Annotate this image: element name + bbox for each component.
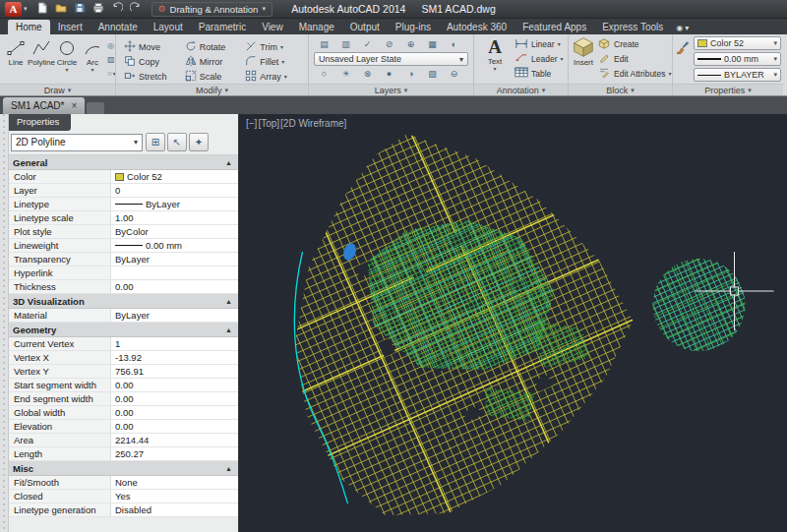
new-button[interactable] <box>34 1 50 17</box>
property-value[interactable]: 250.27 <box>111 447 238 460</box>
redo-button[interactable] <box>128 1 144 17</box>
tool-circle[interactable]: Circle▾ <box>54 36 80 82</box>
ribbon-tab-view[interactable]: View <box>254 20 291 34</box>
palette-grip[interactable] <box>0 114 9 532</box>
drawing-canvas[interactable]: [−] [Top] [2D Wireframe] <box>239 114 787 532</box>
select-objects-button[interactable]: ↖ <box>167 133 187 151</box>
layer-off-button[interactable]: ◐ <box>444 37 464 51</box>
tool-copy[interactable]: Copy <box>121 55 182 69</box>
property-value[interactable]: Color 52 <box>111 170 238 183</box>
property-value[interactable]: 1.00 <box>111 211 238 224</box>
tool-polyline[interactable]: Polyline <box>29 36 54 82</box>
tool-create[interactable]: Create <box>597 38 671 51</box>
ribbon-tab-featured-apps[interactable]: Featured Apps <box>515 20 594 34</box>
layers-panel-footer[interactable]: Layers▾ <box>309 84 473 95</box>
property-value[interactable] <box>111 266 238 279</box>
layer-unlock-button[interactable]: ● <box>379 67 399 81</box>
tool-arc[interactable]: Arc▾ <box>80 36 105 82</box>
tool-edit-attributes[interactable]: Edit Attributes▾ <box>597 67 671 80</box>
toggle-pickadd-button[interactable]: ⊞ <box>146 133 165 151</box>
tool-rotate[interactable]: Rotate <box>182 40 243 54</box>
property-value[interactable]: 0.00 <box>111 406 238 419</box>
new-drawing-tab[interactable] <box>87 102 104 114</box>
match-properties-button[interactable] <box>675 36 691 82</box>
layer-properties-button[interactable]: ▤ <box>314 37 334 51</box>
layer-match-button[interactable]: ▥ <box>335 37 356 51</box>
ribbon-tab-express-tools[interactable]: Express Tools <box>594 20 671 34</box>
viewport-minimize-control[interactable]: [−] <box>246 118 257 129</box>
modify-panel-footer[interactable]: Modify▾ <box>116 84 308 95</box>
property-value[interactable]: 0.00 <box>111 280 238 293</box>
section-header-3d-visualization[interactable]: 3D Visualization▲ <box>9 294 238 309</box>
tool-table[interactable]: Table <box>515 67 565 80</box>
text-tool-button[interactable]: A Text ▾ <box>477 36 513 82</box>
ribbon-tab-manage[interactable]: Manage <box>291 20 342 34</box>
palette-title[interactable]: Properties <box>9 114 71 131</box>
property-value[interactable]: 0.00 mm <box>111 239 238 252</box>
tool-line[interactable]: Line <box>3 36 29 82</box>
hatch-tool[interactable]: ▨▾ <box>107 53 115 65</box>
object-color-dropdown[interactable]: Color 52 ▾ <box>694 36 781 50</box>
viewport-visual-style-control[interactable]: [2D Wireframe] <box>280 118 346 129</box>
property-value[interactable]: Yes <box>111 490 238 502</box>
ribbon-tab-annotate[interactable]: Annotate <box>91 20 146 34</box>
ribbon-tab-output[interactable]: Output <box>342 20 388 34</box>
tool-fillet[interactable]: Fillet▾ <box>242 55 303 69</box>
open-button[interactable] <box>53 1 69 17</box>
ribbon-tab-plug-ins[interactable]: Plug-ins <box>388 20 439 34</box>
draw-panel-footer[interactable]: Draw▾ <box>0 84 115 95</box>
ribbon-tab-insert[interactable]: Insert <box>50 20 91 34</box>
plot-button[interactable] <box>91 1 106 17</box>
lineweight-dropdown[interactable]: 0.00 mm ▾ <box>694 52 781 66</box>
undo-button[interactable] <box>109 1 125 17</box>
property-value[interactable]: 756.91 <box>111 365 238 378</box>
layer-unisolate-button[interactable]: ⊕ <box>400 37 421 51</box>
properties-panel-footer[interactable]: Properties▾ <box>673 84 783 95</box>
quick-select-button[interactable]: ✦ <box>189 133 209 151</box>
property-value[interactable]: 0.00 <box>111 392 238 405</box>
layer-plot-button[interactable]: ▧ <box>422 67 443 81</box>
section-header-misc[interactable]: Misc▲ <box>9 461 238 476</box>
annotation-panel-footer[interactable]: Annotation▾ <box>474 84 568 95</box>
ribbon-display-toggle[interactable]: ◉ ▾ <box>676 24 689 34</box>
object-type-selector[interactable]: 2D Polyline ▾ <box>11 134 143 151</box>
property-value[interactable]: -13.92 <box>111 351 238 364</box>
save-button[interactable] <box>72 1 88 17</box>
property-value[interactable]: 0 <box>111 184 238 197</box>
close-icon[interactable]: × <box>71 100 77 111</box>
property-value[interactable]: ByColor <box>111 225 238 238</box>
tool-linear[interactable]: Linear▾ <box>515 38 565 51</box>
tool-trim[interactable]: Trim▾ <box>242 40 303 54</box>
layer-walk-button[interactable]: ⊖ <box>444 67 464 81</box>
property-value[interactable]: ByLayer <box>111 309 238 322</box>
layer-previous-button[interactable]: ✓ <box>357 37 378 51</box>
tool-scale[interactable]: Scale <box>182 70 243 84</box>
tool-edit[interactable]: Edit <box>597 52 671 65</box>
property-value[interactable]: 0.00 <box>111 379 238 391</box>
layer-lock-button[interactable]: ⊗ <box>357 67 378 81</box>
layer-thaw-button[interactable]: ☀ <box>335 67 356 81</box>
tool-array[interactable]: Array▾ <box>242 70 303 84</box>
viewport-view-control[interactable]: [Top] <box>258 118 279 129</box>
property-value[interactable]: ByLayer <box>111 198 238 210</box>
tool-mirror[interactable]: Mirror <box>182 55 243 69</box>
region-tool[interactable]: ○▾ <box>107 67 115 79</box>
tool-stretch[interactable]: Stretch <box>121 70 182 84</box>
tool-move[interactable]: Move <box>121 40 182 54</box>
ribbon-tab-parametric[interactable]: Parametric <box>191 20 254 34</box>
layer-isolate-button[interactable]: ⊘ <box>379 37 399 51</box>
property-value[interactable]: None <box>111 476 238 489</box>
property-value[interactable]: ByLayer <box>111 253 238 266</box>
file-tab-sm1-acad[interactable]: SM1 ACAD* × <box>3 97 85 114</box>
tool-leader[interactable]: Leader▾ <box>515 52 565 65</box>
block-panel-footer[interactable]: Block▾ <box>569 84 672 95</box>
property-value[interactable]: Disabled <box>111 503 238 516</box>
property-value[interactable]: 0.00 <box>111 420 238 433</box>
ribbon-tab-autodesk-360[interactable]: Autodesk 360 <box>439 20 515 34</box>
layer-color-button[interactable]: ◑ <box>400 67 421 81</box>
layer-on-button[interactable]: ○ <box>314 67 334 81</box>
ellipse-tool[interactable]: ◎▾ <box>107 39 115 51</box>
linetype-dropdown[interactable]: BYLAYER ▾ <box>694 68 781 82</box>
insert-block-button[interactable]: Insert <box>572 36 595 82</box>
workspace-dropdown[interactable]: ⚙ Drafting & Annotation ▾ <box>151 2 272 17</box>
